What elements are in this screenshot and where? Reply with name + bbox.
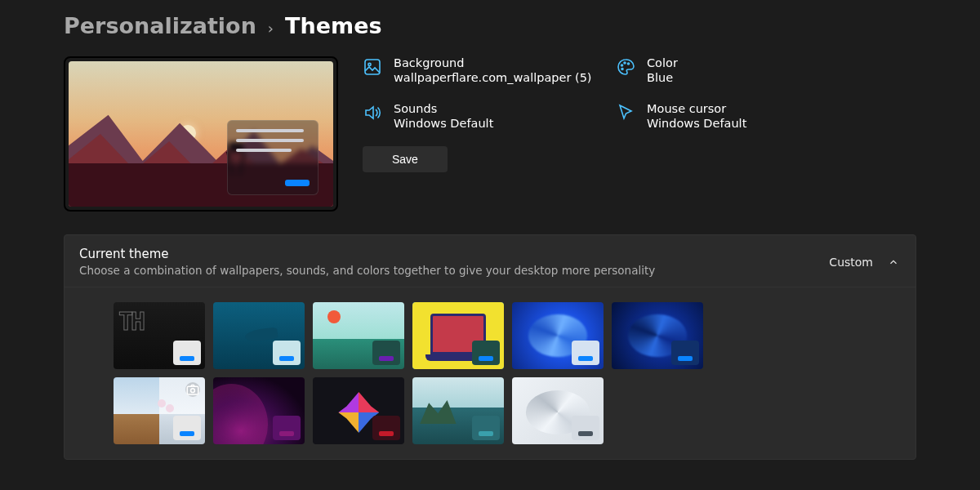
theme-color-tag: [273, 341, 301, 365]
theme-color-tag: [671, 341, 699, 365]
theme-option[interactable]: [213, 377, 305, 444]
theme-color-tag: [572, 341, 599, 365]
theme-color-tag: [372, 341, 400, 365]
theme-option[interactable]: [512, 377, 604, 444]
theme-option[interactable]: [412, 302, 504, 369]
sound-icon: [363, 103, 382, 122]
theme-option[interactable]: [612, 302, 703, 369]
theme-color-tag: [372, 416, 400, 440]
cursor-value: Windows Default: [647, 117, 746, 130]
color-setting[interactable]: Color Blue: [616, 56, 916, 84]
background-title: Background: [394, 56, 592, 69]
background-setting[interactable]: Background wallpaperflare.com_wallpaper …: [363, 56, 608, 84]
sounds-setting[interactable]: Sounds Windows Default: [363, 102, 608, 130]
color-title: Color: [647, 56, 678, 69]
save-button[interactable]: Save: [363, 146, 448, 172]
theme-color-tag: [472, 416, 500, 440]
current-theme-header[interactable]: Current theme Choose a combination of wa…: [65, 235, 915, 287]
cursor-setting[interactable]: Mouse cursor Windows Default: [616, 102, 916, 130]
breadcrumb: Personalization › Themes: [64, 13, 916, 38]
palette-icon: [616, 57, 635, 77]
theme-color-tag: [173, 416, 201, 440]
preview-flyout: [227, 120, 318, 195]
theme-option[interactable]: [313, 302, 404, 369]
theme-color-tag: [273, 416, 301, 440]
breadcrumb-separator: ›: [268, 20, 274, 37]
image-icon: [363, 57, 382, 77]
current-theme-panel: Current theme Choose a combination of wa…: [64, 234, 916, 460]
svg-point-2: [621, 65, 623, 66]
svg-point-3: [624, 62, 626, 64]
theme-option[interactable]: [114, 377, 205, 444]
background-value: wallpaperflare.com_wallpaper (5): [394, 71, 592, 84]
themes-grid: TH: [65, 287, 800, 459]
chevron-up-icon: [888, 256, 899, 268]
cursor-title: Mouse cursor: [647, 102, 746, 115]
current-theme-value: Custom: [829, 256, 873, 269]
theme-option[interactable]: TH: [114, 302, 205, 369]
sounds-title: Sounds: [394, 102, 493, 115]
theme-color-tag: [173, 341, 201, 365]
theme-preview: [64, 56, 338, 212]
svg-point-4: [628, 63, 630, 65]
svg-point-5: [621, 69, 623, 70]
svg-point-1: [368, 63, 371, 65]
svg-rect-0: [365, 60, 380, 74]
theme-option[interactable]: [412, 377, 504, 444]
current-theme-title: Current theme: [79, 247, 829, 261]
theme-option[interactable]: [213, 302, 305, 369]
sounds-value: Windows Default: [394, 117, 493, 130]
camera-icon: [185, 382, 200, 397]
color-value: Blue: [647, 71, 678, 84]
theme-color-tag: [572, 416, 599, 440]
theme-option[interactable]: [313, 377, 404, 444]
theme-color-tag: [472, 341, 500, 365]
current-theme-subtitle: Choose a combination of wallpapers, soun…: [79, 264, 829, 277]
svg-rect-6: [187, 386, 198, 394]
breadcrumb-parent[interactable]: Personalization: [64, 13, 256, 38]
cursor-icon: [616, 103, 635, 122]
theme-option[interactable]: [512, 302, 604, 369]
svg-point-7: [191, 389, 195, 393]
breadcrumb-current: Themes: [285, 13, 381, 38]
